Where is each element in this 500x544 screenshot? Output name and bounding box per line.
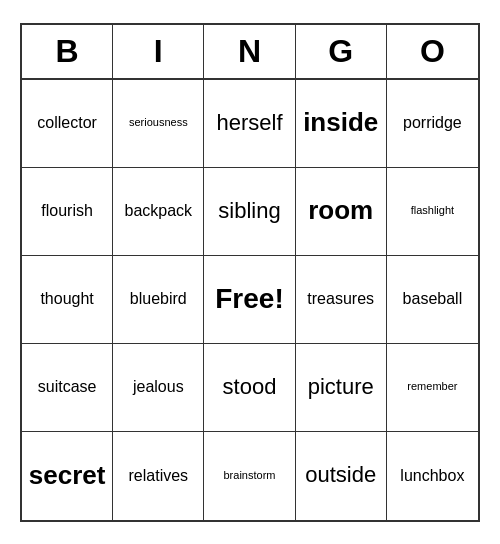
header-letter: O: [387, 25, 478, 78]
cell-text: backpack: [124, 201, 192, 220]
cell-text: collector: [37, 113, 97, 132]
header-letter: B: [22, 25, 113, 78]
cell-text: suitcase: [38, 377, 97, 396]
bingo-cell[interactable]: picture: [296, 344, 387, 432]
bingo-cell[interactable]: herself: [204, 80, 295, 168]
cell-text: lunchbox: [400, 466, 464, 485]
cell-text: treasures: [307, 289, 374, 308]
cell-text: herself: [216, 110, 282, 136]
cell-text: porridge: [403, 113, 462, 132]
cell-text: flashlight: [411, 204, 454, 217]
cell-text: jealous: [133, 377, 184, 396]
bingo-cell[interactable]: suitcase: [22, 344, 113, 432]
bingo-cell[interactable]: bluebird: [113, 256, 204, 344]
bingo-cell[interactable]: lunchbox: [387, 432, 478, 520]
bingo-cell[interactable]: stood: [204, 344, 295, 432]
bingo-cell[interactable]: room: [296, 168, 387, 256]
bingo-cell[interactable]: backpack: [113, 168, 204, 256]
bingo-cell[interactable]: porridge: [387, 80, 478, 168]
bingo-cell[interactable]: inside: [296, 80, 387, 168]
bingo-cell[interactable]: relatives: [113, 432, 204, 520]
cell-text: bluebird: [130, 289, 187, 308]
bingo-cell[interactable]: baseball: [387, 256, 478, 344]
cell-text: secret: [29, 460, 106, 491]
cell-text: remember: [407, 380, 457, 393]
bingo-cell[interactable]: treasures: [296, 256, 387, 344]
cell-text: Free!: [215, 282, 283, 316]
bingo-cell[interactable]: thought: [22, 256, 113, 344]
cell-text: thought: [40, 289, 93, 308]
bingo-cell[interactable]: flashlight: [387, 168, 478, 256]
cell-text: picture: [308, 374, 374, 400]
header-letter: G: [296, 25, 387, 78]
bingo-header: BINGO: [22, 25, 478, 80]
bingo-cell[interactable]: brainstorm: [204, 432, 295, 520]
bingo-card: BINGO collectorseriousnessherselfinsidep…: [20, 23, 480, 522]
bingo-cell[interactable]: flourish: [22, 168, 113, 256]
cell-text: inside: [303, 107, 378, 138]
bingo-cell[interactable]: jealous: [113, 344, 204, 432]
bingo-cell[interactable]: sibling: [204, 168, 295, 256]
bingo-cell[interactable]: outside: [296, 432, 387, 520]
cell-text: relatives: [129, 466, 189, 485]
cell-text: flourish: [41, 201, 93, 220]
bingo-cell[interactable]: secret: [22, 432, 113, 520]
cell-text: outside: [305, 462, 376, 488]
header-letter: N: [204, 25, 295, 78]
cell-text: stood: [223, 374, 277, 400]
bingo-cell[interactable]: Free!: [204, 256, 295, 344]
bingo-cell[interactable]: collector: [22, 80, 113, 168]
bingo-cell[interactable]: seriousness: [113, 80, 204, 168]
cell-text: baseball: [403, 289, 463, 308]
cell-text: room: [308, 195, 373, 226]
header-letter: I: [113, 25, 204, 78]
cell-text: brainstorm: [224, 469, 276, 482]
cell-text: sibling: [218, 198, 280, 224]
cell-text: seriousness: [129, 116, 188, 129]
bingo-cell[interactable]: remember: [387, 344, 478, 432]
bingo-grid: collectorseriousnessherselfinsideporridg…: [22, 80, 478, 520]
